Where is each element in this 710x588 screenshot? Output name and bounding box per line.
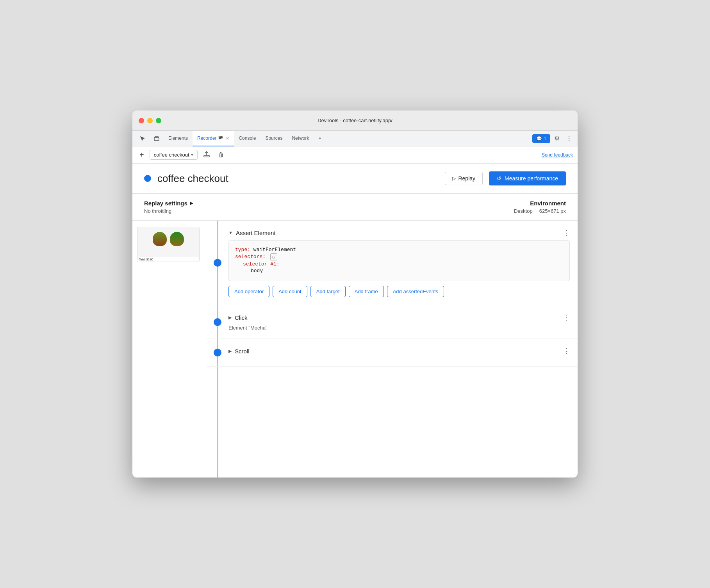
tab-elements[interactable]: Elements [164, 131, 193, 146]
coffee-total-badge: Total: $0.00 [137, 257, 199, 262]
layers-icon-btn[interactable] [150, 131, 164, 146]
add-asserted-events-button[interactable]: Add assertedEvents [387, 286, 444, 297]
recording-name: coffee checkout [154, 152, 189, 158]
add-recording-button[interactable]: + [137, 150, 146, 159]
step-1-collapse-icon[interactable]: ▼ [228, 230, 233, 235]
divider [536, 208, 536, 214]
measure-performance-button[interactable]: ↺ Measure performance [489, 171, 566, 185]
selector1-key: selector #1: [243, 261, 280, 267]
step-1-more-icon[interactable]: ⋮ [563, 228, 570, 237]
more-options-icon[interactable]: ⋮ [564, 133, 574, 144]
title-bar: DevTools - coffee-cart.netlify.app/ [132, 110, 578, 131]
replay-settings-bar: Replay settings ▶ No throttling Environm… [132, 194, 578, 221]
main-content: coffee checkout ▷ Replay ↺ Measure perfo… [132, 164, 578, 478]
chevron-down-icon: ▾ [191, 152, 193, 157]
step-1-title: Assert Element [236, 230, 276, 236]
measure-icon: ↺ [497, 175, 501, 182]
tab-recorder[interactable]: Recorder 🏴 ✕ [193, 131, 234, 146]
step-3-title: Scroll [235, 348, 250, 355]
environment-info: Environment Desktop 625×671 px [514, 200, 566, 214]
step-dot-2 [214, 318, 221, 326]
environment-value: Desktop 625×671 px [514, 208, 566, 214]
step-click: ▶ Click ⋮ Element "Mocha" [207, 305, 578, 339]
step-dot-1 [214, 259, 221, 267]
recording-header: coffee checkout ▷ Replay ↺ Measure perfo… [132, 164, 578, 194]
type-key: type: [235, 247, 250, 253]
step-3-more-icon[interactable]: ⋮ [563, 347, 570, 355]
add-count-button[interactable]: Add count [273, 286, 307, 297]
tab-sources[interactable]: Sources [260, 131, 287, 146]
window-title: DevTools - coffee-cart.netlify.app/ [318, 118, 392, 123]
add-frame-button[interactable]: Add frame [349, 286, 384, 297]
settings-icon[interactable]: ⚙ [552, 133, 562, 144]
steps-area: Total: $0.00 ▼ Assert Element ⋮ [132, 221, 578, 478]
play-icon: ▷ [452, 176, 456, 181]
step-dot-3 [214, 349, 221, 356]
step-1-actions: Add operator Add count Add target Add fr… [228, 286, 570, 297]
step-2-subtitle: Element "Mocha" [228, 325, 570, 331]
arrow-right-icon: ▶ [190, 201, 193, 206]
environment-label: Environment [530, 200, 566, 207]
selector1-val: body [251, 268, 263, 274]
throttle-value: No throttling [144, 208, 193, 214]
step-3-expand-icon[interactable]: ▶ [228, 349, 232, 354]
devtools-tab-bar: Elements Recorder 🏴 ✕ Console Sources Ne… [132, 131, 578, 146]
chat-icon: 💬 [536, 136, 542, 141]
step-3-header: ▶ Scroll ⋮ [228, 347, 570, 355]
close-button[interactable] [139, 118, 144, 123]
cursor-icon-btn[interactable] [136, 131, 150, 146]
screenshot-panel: Total: $0.00 [132, 221, 207, 478]
export-button[interactable] [201, 149, 212, 161]
add-target-button[interactable]: Add target [310, 286, 346, 297]
traffic-lights [139, 118, 161, 123]
selector-picker-icon[interactable]: ⬚ [270, 253, 277, 260]
selectors-key: selectors: [235, 254, 266, 260]
tab-network[interactable]: Network [287, 131, 314, 146]
step-2-expand-icon[interactable]: ▶ [228, 315, 232, 320]
step-2-more-icon[interactable]: ⋮ [563, 313, 570, 322]
tab-more[interactable]: » [314, 131, 326, 146]
step-2-title: Click [235, 314, 248, 321]
step-assert-element: ▼ Assert Element ⋮ type: waitForElement … [207, 221, 578, 305]
coffee-cup-1 [153, 232, 167, 246]
devtools-window: DevTools - coffee-cart.netlify.app/ Elem… [132, 110, 578, 478]
recorder-toolbar: + coffee checkout ▾ 🗑 Send feedback [132, 146, 578, 164]
add-operator-button[interactable]: Add operator [228, 286, 269, 297]
step-scroll: ▶ Scroll ⋮ [207, 339, 578, 367]
recording-title: coffee checkout [157, 173, 439, 185]
minimize-button[interactable] [147, 118, 153, 123]
svg-rect-1 [204, 155, 209, 157]
maximize-button[interactable] [156, 118, 161, 123]
replay-settings-toggle[interactable]: Replay settings ▶ [144, 200, 193, 207]
step-1-code: type: waitForElement selectors: ⬚ select… [228, 240, 570, 281]
tab-close-icon[interactable]: ✕ [226, 136, 229, 141]
delete-button[interactable]: 🗑 [216, 150, 227, 160]
chat-button[interactable]: 💬 1 [532, 134, 550, 143]
screenshot-thumbnail[interactable]: Total: $0.00 [137, 227, 200, 262]
send-feedback-link[interactable]: Send feedback [542, 152, 573, 158]
tab-console[interactable]: Console [234, 131, 260, 146]
replay-settings-left: Replay settings ▶ No throttling [144, 200, 193, 214]
replay-button[interactable]: ▷ Replay [445, 172, 483, 185]
coffee-cup-2 [170, 232, 184, 246]
recording-indicator [144, 175, 151, 182]
step-1-header: ▼ Assert Element ⋮ [228, 228, 570, 237]
step-2-header: ▶ Click ⋮ [228, 313, 570, 322]
type-val: waitForElement [253, 247, 296, 253]
svg-rect-0 [154, 137, 159, 141]
devtools-right-icons: 💬 1 ⚙ ⋮ [532, 131, 578, 146]
recorder-flag-icon: 🏴 [218, 136, 223, 141]
steps-panel: ▼ Assert Element ⋮ type: waitForElement … [207, 221, 578, 478]
recording-selector-dropdown[interactable]: coffee checkout ▾ [150, 150, 198, 160]
